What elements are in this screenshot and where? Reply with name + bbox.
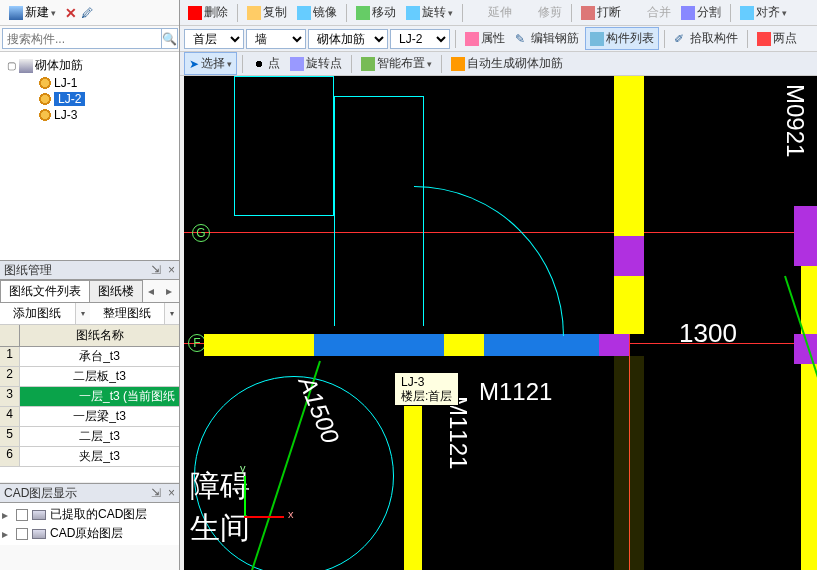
point-tool[interactable]: 点 xyxy=(248,53,284,74)
cog-icon xyxy=(38,108,52,122)
column[interactable] xyxy=(614,236,644,276)
checkbox[interactable] xyxy=(16,509,28,521)
grid-bubble-G: G xyxy=(192,224,210,242)
search-row: 🔍 xyxy=(0,26,179,52)
toolbar-mid: 首层 墙 砌体加筋 LJ-2 属性 ✎编辑钢筋 构件列表 ✐拾取构件 两点 xyxy=(180,26,817,52)
tab-nav-left[interactable]: ◂ xyxy=(142,280,160,302)
props-button[interactable]: 属性 xyxy=(461,28,509,49)
extend-button[interactable]: 延伸 xyxy=(468,2,516,23)
split-button[interactable]: 分割 xyxy=(677,2,725,23)
left-panel: 新建▾ ✕ 🖉 🔍 ▢ 砌体加筋 LJ-1 LJ-2 LJ-3 xyxy=(0,0,180,570)
cog-icon xyxy=(38,76,52,90)
layer-icon xyxy=(32,510,46,520)
toolbar-sub: ➤选择▾ 点 旋转点 智能布置▾ 自动生成砌体加筋 xyxy=(180,52,817,76)
delete-icon[interactable]: ✕ xyxy=(65,5,77,21)
drawing-manager-header: 图纸管理 ⇲ × xyxy=(0,260,179,280)
grid-row[interactable]: 3一层_t3 (当前图纸 xyxy=(0,387,179,407)
complist-button[interactable]: 构件列表 xyxy=(585,27,659,50)
close-icon[interactable]: × xyxy=(168,486,175,500)
break-button[interactable]: 打断 xyxy=(577,2,625,23)
align-button[interactable]: 对齐▾ xyxy=(736,2,791,23)
search-button[interactable]: 🔍 xyxy=(162,28,178,49)
tree-item-lj1[interactable]: LJ-1 xyxy=(2,75,177,91)
wall[interactable] xyxy=(614,76,644,334)
checkbox[interactable] xyxy=(16,528,28,540)
rotpoint-tool[interactable]: 旋转点 xyxy=(286,53,346,74)
drawing-grid: 图纸名称 1承台_t3 2二层板_t3 3一层_t3 (当前图纸 4一层梁_t3… xyxy=(0,325,179,483)
grid-col-name: 图纸名称 xyxy=(20,325,179,346)
pin-icon[interactable]: ⇲ xyxy=(151,486,161,500)
tree-root[interactable]: ▢ 砌体加筋 xyxy=(2,56,177,75)
cad-layer-list: ▸ 已提取的CAD图层 ▸ CAD原始图层 xyxy=(0,503,179,545)
rotate-button[interactable]: 旋转▾ xyxy=(402,2,457,23)
drawing-manager-title: 图纸管理 xyxy=(4,262,52,279)
label-m1121-v: M1121 xyxy=(444,396,472,469)
mirror-button[interactable]: 镜像 xyxy=(293,2,341,23)
merge-button[interactable]: 合并 xyxy=(627,2,675,23)
room-outline xyxy=(234,76,334,216)
grid-row[interactable]: 5二层_t3 xyxy=(0,427,179,447)
grid-row[interactable]: 2二层板_t3 xyxy=(0,367,179,387)
label-m0921: M0921 xyxy=(781,84,809,157)
tree-root-label: 砌体加筋 xyxy=(35,57,83,74)
grid-row[interactable]: 1承台_t3 xyxy=(0,347,179,367)
close-icon[interactable]: × xyxy=(168,263,175,277)
category-select[interactable]: 砌体加筋 xyxy=(308,29,388,49)
select-tool[interactable]: ➤选择▾ xyxy=(184,52,237,75)
grid-header: 图纸名称 xyxy=(0,325,179,347)
tree-item-label: LJ-1 xyxy=(54,76,77,90)
arrange-drawing-button[interactable]: 整理图纸 xyxy=(90,303,166,324)
label-m1121: M1121 xyxy=(479,378,552,406)
beam[interactable] xyxy=(484,334,599,356)
component-toolbar: 新建▾ ✕ 🖉 xyxy=(0,0,179,26)
add-drawing-button[interactable]: 添加图纸 xyxy=(0,303,76,324)
cad-layer-item[interactable]: ▸ 已提取的CAD图层 xyxy=(2,505,177,524)
grid-row[interactable]: 4一层梁_t3 xyxy=(0,407,179,427)
wall[interactable] xyxy=(801,266,817,570)
tab-filelist[interactable]: 图纸文件列表 xyxy=(0,280,90,302)
floor-select[interactable]: 首层 xyxy=(184,29,244,49)
new-button[interactable]: 新建▾ xyxy=(4,1,61,24)
wall[interactable] xyxy=(614,356,644,396)
wall-select[interactable]: 墙 xyxy=(246,29,306,49)
drawing-subrow: 添加图纸▾ 整理图纸▾ xyxy=(0,303,179,325)
edit-icon[interactable]: 🖉 xyxy=(81,6,93,20)
copy-button[interactable]: 复制 xyxy=(243,2,291,23)
drawing-tabs: 图纸文件列表 图纸楼 ◂ ▸ xyxy=(0,280,179,303)
cad-layer-item[interactable]: ▸ CAD原始图层 xyxy=(2,524,177,543)
trim-button[interactable]: 修剪 xyxy=(518,2,566,23)
cog-icon xyxy=(38,92,52,106)
cad-item-label: 已提取的CAD图层 xyxy=(50,506,147,523)
wall[interactable] xyxy=(204,334,314,356)
wall[interactable] xyxy=(614,396,644,570)
grid-row[interactable]: 6夹层_t3 xyxy=(0,447,179,467)
layer-icon xyxy=(32,529,46,539)
tree-item-label: LJ-2 xyxy=(54,92,85,106)
room-label: 生间 xyxy=(190,508,250,549)
tree-item-lj2[interactable]: LJ-2 xyxy=(2,91,177,107)
column[interactable] xyxy=(599,334,629,356)
dimension-text: 1300 xyxy=(679,318,737,349)
cad-layer-title: CAD图层显示 xyxy=(4,485,77,502)
beam[interactable] xyxy=(314,334,444,356)
hover-tooltip: LJ-3 楼层:首层 xyxy=(394,372,459,406)
twopoint-button[interactable]: 两点 xyxy=(753,28,801,49)
component-select[interactable]: LJ-2 xyxy=(390,29,450,49)
pin-icon[interactable]: ⇲ xyxy=(151,263,161,277)
tab-nav-right[interactable]: ▸ xyxy=(160,280,178,302)
smart-tool[interactable]: 智能布置▾ xyxy=(357,53,436,74)
editrebar-button[interactable]: ✎编辑钢筋 xyxy=(511,28,583,49)
column[interactable] xyxy=(794,206,817,266)
component-tree[interactable]: ▢ 砌体加筋 LJ-1 LJ-2 LJ-3 xyxy=(0,52,179,260)
search-input[interactable] xyxy=(2,28,162,49)
pick-button[interactable]: ✐拾取构件 xyxy=(670,28,742,49)
delete-button[interactable]: 删除 xyxy=(184,2,232,23)
autogen-tool[interactable]: 自动生成砌体加筋 xyxy=(447,53,567,74)
folder-icon xyxy=(19,59,33,73)
room-outline xyxy=(334,96,424,326)
drawing-canvas[interactable]: 2 G F 1300 M0921 M1121 M1121 A1500 障碍 生间… xyxy=(184,76,817,570)
move-button[interactable]: 移动 xyxy=(352,2,400,23)
tab-floors[interactable]: 图纸楼 xyxy=(89,280,143,302)
toolbar-top: 删除 复制 镜像 移动 旋转▾ 延伸 修剪 打断 合并 分割 对齐▾ xyxy=(180,0,817,26)
tree-item-lj3[interactable]: LJ-3 xyxy=(2,107,177,123)
